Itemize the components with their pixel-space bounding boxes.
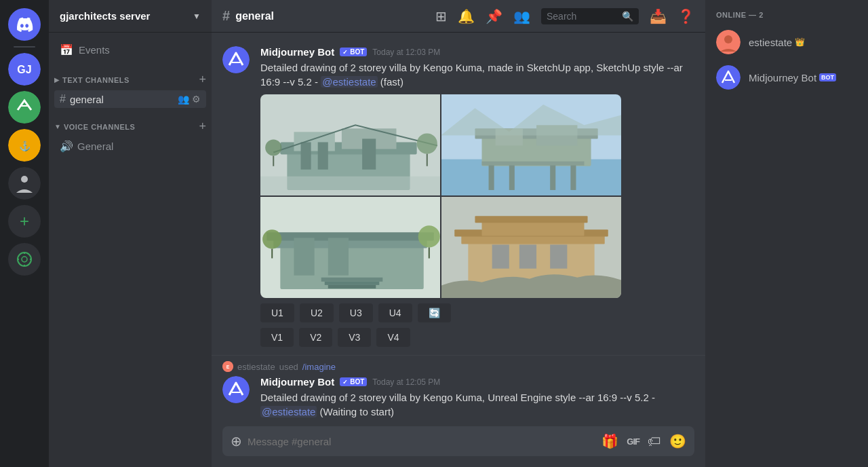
u4-button[interactable]: U4 [378,303,412,322]
message-header-2: Midjourney Bot ✓ BOT Today at 12:05 PM [260,376,694,388]
u2-button[interactable]: U2 [300,303,334,322]
events-item[interactable]: 📅 Events [49,38,212,62]
svg-rect-38 [328,238,349,275]
bell-icon[interactable]: 🔔 [458,8,475,24]
action-buttons-row2: V1 V2 V3 V4 [260,328,694,347]
server-list: GJ ⚓ + [0,0,49,467]
svg-rect-37 [294,238,314,275]
architecture-image-grid[interactable] [260,94,621,298]
second-message-intro: E estiestate used /imagine [222,361,694,372]
search-bar[interactable]: Search 🔍 [541,8,639,24]
estiestate-name: estiestate 👑 [749,37,805,48]
input-icons: 🎁 GIF 🏷 🙂 [601,433,686,449]
right-panel: ONLINE — 2 estiestate 👑 Midjourney Bot B… [705,0,868,467]
svg-point-42 [262,229,281,248]
action-buttons-row1: U1 U2 U3 U4 🔄 [260,303,694,322]
add-channel-icon[interactable]: + [199,73,206,87]
channel-general-name: general [70,94,178,105]
v1-button[interactable]: V1 [260,328,294,347]
gift-icon[interactable]: 🎁 [601,433,618,449]
image-cell-1 [260,94,440,195]
sticker-icon[interactable]: 🏷 [648,434,661,449]
image-cell-4 [441,197,621,298]
channel-item-general[interactable]: # general 👥 ⚙ [54,90,206,108]
server-icon-3[interactable]: ⚓ [8,129,41,162]
svg-rect-54 [550,244,567,268]
v3-button[interactable]: V3 [338,328,371,347]
members-icon[interactable]: 👥 [513,8,530,24]
voice-icon: 🔊 [60,140,73,153]
message-content-1: Midjourney Bot ✓ BOT Today at 12:03 PM D… [260,46,694,347]
estiestate-small-avatar: E [222,361,233,372]
channel-hash-icon-header: # [222,8,230,24]
refresh-button[interactable]: 🔄 [418,303,451,322]
channel-hash-icon: # [60,93,66,105]
svg-rect-14 [301,142,311,169]
svg-rect-12 [294,132,334,151]
message-group-2: Midjourney Bot ✓ BOT Today at 12:05 PM D… [222,376,694,419]
svg-rect-30 [550,163,555,190]
message-mention: @estiestate [321,76,377,88]
add-server-button[interactable]: + [8,205,41,238]
member-bot-badge: BOT [819,73,836,81]
crown-icon: 👑 [795,37,805,47]
text-channels-category[interactable]: ▶ TEXT CHANNELS + [49,62,212,90]
server-header[interactable]: gjarchitects server ▼ [49,0,212,33]
inbox-icon[interactable]: 📥 [650,8,667,24]
svg-rect-50 [482,221,585,236]
bot-check-icon: ✓ [342,49,348,56]
help-icon[interactable]: ❓ [677,8,694,24]
v4-button[interactable]: V4 [376,328,410,347]
chat-header: # general ⊞ 🔔 📌 👥 Search 🔍 📥 ❓ [212,0,705,33]
message-author-1: Midjourney Bot [260,46,334,58]
image-cell-3 [260,197,440,298]
add-voice-channel-icon[interactable]: + [199,119,206,134]
gear-icon[interactable]: ⚙ [192,94,201,105]
svg-text:⚓: ⚓ [19,141,31,152]
intro-author: estiestate [237,362,275,372]
member-settings-icon[interactable]: 👥 [178,94,189,105]
voice-general-name: General [77,141,201,152]
message-timestamp-2: Today at 12:05 PM [372,377,440,387]
messages-area: Midjourney Bot ✓ BOT Today at 12:03 PM D… [212,33,705,421]
voice-channels-category[interactable]: ▼ VOICE CHANNELS + [49,109,212,136]
second-message-section: E estiestate used /imagine Midjourney Bo… [212,355,705,419]
svg-rect-15 [318,142,328,169]
svg-point-6 [21,176,28,183]
server-icon-discord[interactable] [8,8,41,41]
message-content-2: Midjourney Bot ✓ BOT Today at 12:05 PM D… [260,376,694,419]
emoji-icon[interactable]: 🙂 [669,433,686,449]
midjourney-bot-name: Midjourney Bot BOT [749,72,836,83]
svg-rect-39 [321,278,383,282]
u1-button[interactable]: U1 [260,303,294,322]
svg-point-19 [417,133,437,153]
server-name: gjarchitects server [60,10,150,22]
pin-icon[interactable]: 📌 [486,8,502,24]
channel-actions: 👥 ⚙ [178,94,201,105]
image-cell-2 [441,94,621,195]
midjourney-bot-avatar-2 [222,376,250,403]
online-header: ONLINE — 2 [716,11,857,19]
voice-channel-general[interactable]: 🔊 General [54,137,206,155]
v2-button[interactable]: V2 [299,328,332,347]
svg-text:GJ: GJ [17,64,31,75]
member-item-midjourney-bot[interactable]: Midjourney Bot BOT [716,62,857,92]
server-icon-2[interactable] [8,91,41,124]
gif-icon[interactable]: GIF [627,436,639,447]
bot-badge-2: ✓ BOT [340,377,367,386]
slash-command: /imagine [302,362,336,372]
hashtag-header-icon[interactable]: ⊞ [435,8,447,24]
channel-sidebar: gjarchitects server ▼ 📅 Events ▶ TEXT CH… [49,0,212,467]
attach-plus-icon[interactable]: ⊕ [231,433,242,449]
discover-server-button[interactable] [8,243,41,276]
u3-button[interactable]: U3 [339,303,373,322]
svg-point-57 [222,376,250,403]
svg-point-2 [8,91,41,124]
member-item-estiestate[interactable]: estiestate 👑 [716,27,857,57]
svg-rect-36 [267,232,434,240]
calendar-icon: 📅 [60,43,73,56]
server-icon-4[interactable] [8,167,41,200]
message-input[interactable] [248,436,596,447]
server-icon-gjarchitects[interactable]: GJ [8,53,41,86]
svg-point-59 [724,35,732,43]
